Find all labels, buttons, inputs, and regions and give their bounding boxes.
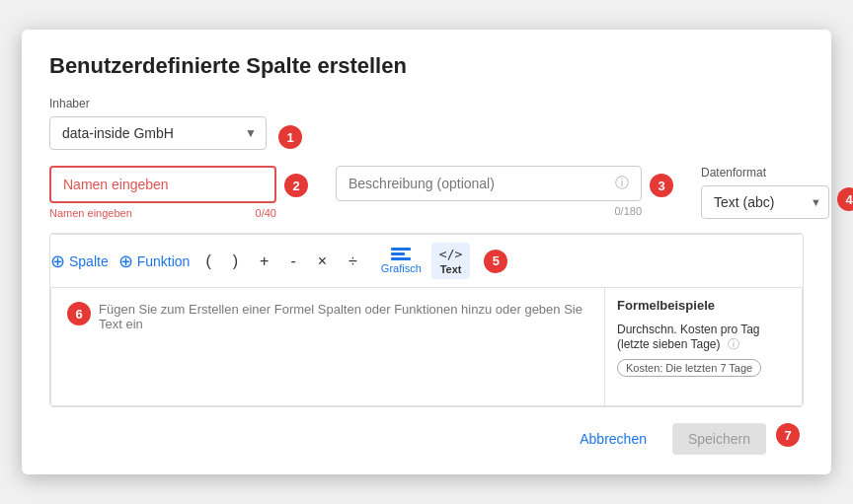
side-panel-item-1: Durchschn. Kosten pro Tag (letzte sieben… [617, 323, 790, 377]
plus-spalte-icon: ⊕ [50, 251, 65, 272]
datenformat-group: Datenformat Text (abc) ▼ [701, 166, 829, 219]
name-input[interactable] [63, 177, 263, 192]
grafisch-button[interactable]: Grafisch [381, 248, 422, 274]
name-field-group: Namen eingeben 0/40 [49, 166, 276, 219]
desc-field-wrapper: ⓘ [336, 166, 642, 201]
minus-op[interactable]: - [284, 251, 301, 272]
grafisch-label: Grafisch [381, 262, 422, 274]
footer: Abbrechen Speichern 7 [49, 423, 804, 455]
add-spalte-button[interactable]: ⊕ Spalte [50, 251, 109, 272]
formula-placeholder: Fügen Sie zum Erstellen einer Formel Spa… [99, 302, 582, 331]
grafisch-icon [391, 248, 411, 260]
inhaber-dropdown[interactable]: data-inside GmbH [49, 116, 267, 150]
multiply-op[interactable]: × [312, 251, 333, 272]
side-panel-item-1-text: Durchschn. Kosten pro Tag (letzte sieben… [617, 323, 790, 353]
datenformat-select[interactable]: Text (abc) [701, 185, 829, 219]
side-panel-tag-1[interactable]: Kosten: Die letzten 7 Tage [617, 359, 761, 377]
text-btn-label: Text [440, 263, 462, 275]
badge-7: 7 [776, 423, 800, 447]
add-funktion-button[interactable]: ⊕ Funktion [118, 251, 191, 272]
content-area: 6 Fügen Sie zum Erstellen einer Formel S… [50, 288, 803, 406]
side-panel-info-icon[interactable]: ⓘ [728, 337, 739, 351]
funktion-label: Funktion [137, 253, 191, 269]
text-code-icon: </> [439, 247, 462, 261]
paren-open-op[interactable]: ( [199, 251, 216, 272]
formula-toolbar: ⊕ Spalte ⊕ Funktion ( ) + - × ÷ [50, 234, 803, 288]
badge-5: 5 [484, 250, 507, 273]
datenformat-select-wrapper: Text (abc) ▼ [701, 185, 829, 219]
inhaber-dropdown-wrapper: data-inside GmbH ▼ [49, 116, 267, 150]
save-button[interactable]: Speichern [672, 423, 766, 455]
badge-1: 1 [278, 125, 302, 149]
create-column-modal: Benutzerdefinierte Spalte erstellen Inha… [22, 30, 831, 474]
divide-op[interactable]: ÷ [343, 251, 363, 272]
modal-title: Benutzerdefinierte Spalte erstellen [49, 53, 804, 79]
spalte-label: Spalte [69, 253, 109, 269]
plus-op[interactable]: + [254, 251, 274, 272]
cancel-button[interactable]: Abbrechen [564, 423, 662, 455]
info-icon[interactable]: ⓘ [615, 175, 629, 192]
text-button[interactable]: </> Text [431, 243, 470, 279]
name-count: 0/40 [256, 207, 276, 219]
plus-funktion-icon: ⊕ [118, 251, 133, 272]
badge-2: 2 [284, 174, 308, 197]
badge-4: 4 [837, 187, 853, 211]
name-error: Namen eingeben [49, 207, 132, 219]
side-panel: Formelbeispiele Durchschn. Kosten pro Ta… [604, 288, 802, 405]
desc-field-group: ⓘ 0/180 [336, 166, 642, 217]
datenformat-label: Datenformat [701, 166, 829, 180]
badge-6: 6 [67, 302, 91, 325]
formula-editor[interactable]: Fügen Sie zum Erstellen einer Formel Spa… [99, 302, 588, 331]
desc-input[interactable] [349, 176, 607, 191]
inhaber-label: Inhaber [49, 97, 804, 110]
toolbar-left: ⊕ Spalte ⊕ Funktion ( ) + - × ÷ [50, 243, 803, 279]
badge-3: 3 [650, 174, 673, 197]
side-panel-title: Formelbeispiele [617, 298, 790, 313]
name-field-wrapper [49, 166, 276, 203]
paren-close-op[interactable]: ) [227, 251, 244, 272]
desc-count: 0/180 [336, 205, 642, 217]
